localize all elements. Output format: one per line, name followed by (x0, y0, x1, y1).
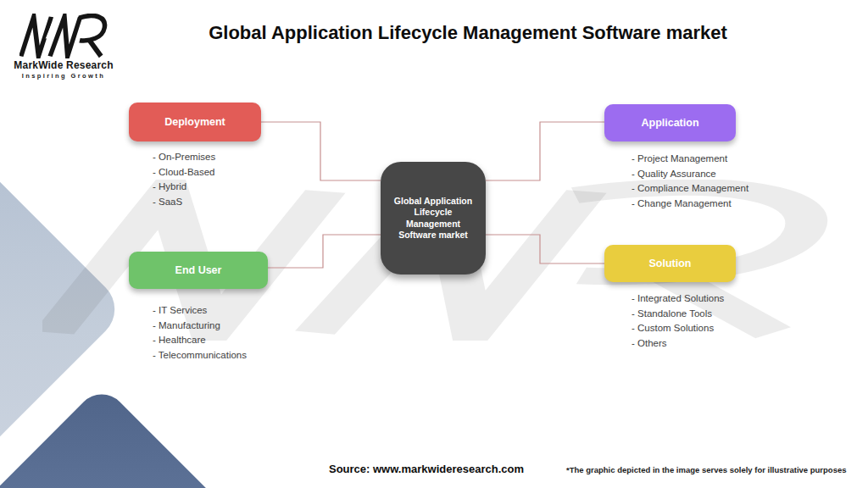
node-application-label: Application (641, 117, 698, 129)
list-item: Quality Assurance (632, 167, 748, 182)
node-deployment-label: Deployment (164, 116, 225, 128)
source-text: Source: www.markwideresearch.com (248, 463, 604, 475)
deployment-items: On-Premises Cloud-Based Hybrid SaaS (153, 150, 215, 209)
list-item: Manufacturing (153, 319, 247, 334)
list-item: On-Premises (153, 150, 215, 165)
page-title: Global Application Lifecycle Management … (102, 22, 834, 44)
markwide-logo: MarkWide Research Inspiring Growth (14, 14, 114, 80)
connector-deployment (261, 122, 381, 180)
list-item: SaaS (153, 195, 215, 210)
center-line-1: Global Application (394, 196, 472, 208)
connector-application (486, 122, 604, 180)
node-end-user: End User (129, 252, 268, 289)
node-application: Application (604, 104, 736, 141)
connector-enduser (268, 235, 381, 268)
node-center-market: Global Application Lifecycle Management … (381, 162, 486, 274)
center-line-2: Lifecycle (415, 207, 453, 219)
list-item: Integrated Solutions (632, 291, 724, 307)
list-item: Telecommunications (153, 348, 247, 363)
center-line-3: Management (406, 219, 460, 230)
solution-items: Integrated Solutions Standalone Tools Cu… (632, 291, 724, 351)
node-solution: Solution (604, 245, 736, 282)
list-item: Change Management (632, 197, 748, 212)
list-item: Others (632, 336, 724, 352)
center-line-4: Software market (398, 230, 468, 241)
list-item: Project Management (632, 152, 748, 167)
list-item: Standalone Tools (632, 307, 724, 322)
node-deployment: Deployment (129, 103, 261, 141)
logo-tagline: Inspiring Growth (14, 72, 114, 80)
disclaimer-text: *The graphic depicted in the image serve… (566, 465, 847, 474)
list-item: Healthcare (153, 333, 247, 348)
connector-solution (486, 235, 604, 263)
list-item: IT Services (153, 303, 247, 319)
mwr-logo-mark-icon (19, 14, 108, 58)
list-item: Cloud-Based (153, 165, 215, 180)
logo-name: MarkWide Research (14, 59, 114, 71)
list-item: Compliance Management (632, 181, 748, 197)
list-item: Hybrid (153, 180, 215, 195)
application-items: Project Management Quality Assurance Com… (632, 152, 748, 211)
end-user-items: IT Services Manufacturing Healthcare Tel… (153, 303, 247, 363)
node-end-user-label: End User (175, 264, 222, 276)
list-item: Custom Solutions (632, 321, 724, 336)
node-solution-label: Solution (649, 258, 692, 269)
